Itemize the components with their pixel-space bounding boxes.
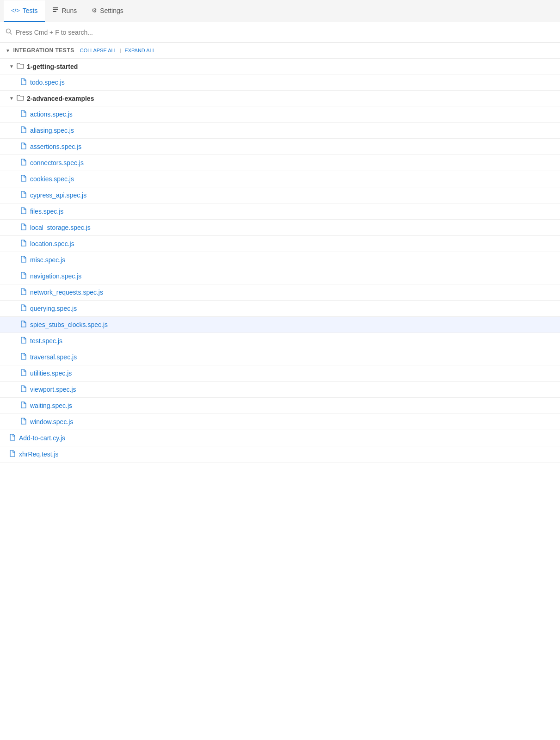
file-row-misc-spec-js[interactable]: misc.spec.js [0,252,560,268]
tab-runs-label: Runs [62,7,77,14]
file-name-5: cypress_api.spec.js [30,191,86,199]
svg-rect-1 [53,9,58,10]
collapse-all-button[interactable]: COLLAPSE ALL [80,48,117,53]
tab-tests[interactable]: </> Tests [4,0,45,22]
file-icon-8 [20,240,26,248]
file-name-16: utilities.spec.js [30,370,72,377]
file-row-navigation-spec-js[interactable]: navigation.spec.js [0,268,560,284]
file-name-6: files.spec.js [30,208,63,215]
file-icon-19 [20,418,26,426]
file-row-querying-spec-js[interactable]: querying.spec.js [0,301,560,317]
folder-2-advanced-examples[interactable]: ▼ 2-advanced-examples [0,91,560,106]
file-row-window-spec-js[interactable]: window.spec.js [0,414,560,430]
file-row-traversal-spec-js[interactable]: traversal.spec.js [0,349,560,365]
file-name-11: network_requests.spec.js [30,289,103,296]
file-icon-1 [20,126,26,135]
file-icon-3 [20,159,26,167]
file-icon-14 [20,337,26,345]
file-name-15: traversal.spec.js [30,353,77,361]
tests-icon: </> [11,7,20,14]
tab-runs[interactable]: Runs [45,0,84,22]
svg-rect-2 [53,11,56,12]
file-icon-15 [20,353,26,361]
runs-icon [52,6,59,14]
file-name-1: aliasing.spec.js [30,127,74,134]
file-name-8: location.spec.js [30,240,74,247]
folder-2-files: actions.spec.js aliasing.spec.js asserti… [0,106,560,430]
file-row-connectors-spec-js[interactable]: connectors.spec.js [0,155,560,171]
main-content: ▼ INTEGRATION TESTS COLLAPSE ALL | EXPAN… [0,43,560,462]
tab-tests-label: Tests [23,7,38,14]
file-row-viewport-spec-js[interactable]: viewport.spec.js [0,382,560,398]
search-bar [0,22,560,43]
file-row-utilities-spec-js[interactable]: utilities.spec.js [0,365,560,382]
settings-icon: ⚙ [92,7,97,14]
folder-2-name: 2-advanced-examples [27,95,94,102]
file-icon-16 [20,369,26,377]
file-icon-12 [20,304,26,313]
file-name-3: connectors.spec.js [30,159,84,166]
top-file-name-0: Add-to-cart.cy.js [19,434,65,442]
file-icon-17 [20,385,26,394]
file-icon-0 [20,110,26,118]
file-icon-7 [20,223,26,232]
file-name-10: navigation.spec.js [30,272,81,280]
tab-bar: </> Tests Runs ⚙ Settings [0,0,560,22]
file-row-cypress_api-spec-js[interactable]: cypress_api.spec.js [0,187,560,204]
file-row-cookies-spec-js[interactable]: cookies.spec.js [0,171,560,187]
folder-arrow-2: ▼ [9,96,14,101]
top-file-row-Add-to-cart-cy-js[interactable]: Add-to-cart.cy.js [0,430,560,446]
section-header: ▼ INTEGRATION TESTS COLLAPSE ALL | EXPAN… [0,43,560,59]
file-row-test-spec-js[interactable]: test.spec.js [0,333,560,349]
svg-rect-0 [53,7,58,8]
file-row-files-spec-js[interactable]: files.spec.js [0,204,560,220]
file-row-waiting-spec-js[interactable]: waiting.spec.js [0,398,560,414]
folder-icon-2 [17,94,24,102]
file-name-17: viewport.spec.js [30,386,76,393]
file-icon-4 [20,175,26,183]
file-icon-10 [20,272,26,280]
top-file-icon-1 [9,450,15,458]
folder-arrow-1: ▼ [9,64,14,69]
top-file-name-1: xhrReq.test.js [19,450,59,458]
file-name-12: querying.spec.js [30,305,77,312]
file-icon-18 [20,401,26,410]
section-toggle-arrow[interactable]: ▼ [6,48,10,53]
file-name-19: window.spec.js [30,418,73,426]
expand-all-button[interactable]: EXPAND ALL [124,48,155,53]
tab-settings[interactable]: ⚙ Settings [84,0,131,22]
file-icon-13 [20,321,26,329]
file-icon-5 [20,191,26,199]
top-file-icon-0 [9,434,15,442]
file-name-4: cookies.spec.js [30,175,74,183]
section-title: INTEGRATION TESTS [13,47,74,54]
file-icon-9 [20,256,26,264]
file-name-13: spies_stubs_clocks.spec.js [30,321,108,328]
folder-icon-1 [17,62,24,70]
file-icon-6 [20,207,26,216]
file-name-14: test.spec.js [30,337,62,345]
file-row-aliasing-spec-js[interactable]: aliasing.spec.js [0,123,560,139]
file-todo-name: todo.spec.js [30,79,65,86]
action-separator: | [120,48,121,53]
file-row-actions-spec-js[interactable]: actions.spec.js [0,106,560,123]
file-name-9: misc.spec.js [30,256,65,264]
file-row-network_requests-spec-js[interactable]: network_requests.spec.js [0,284,560,301]
file-icon-2 [20,142,26,151]
file-icon-todo [20,78,26,86]
file-name-18: waiting.spec.js [30,402,72,409]
file-todo-spec[interactable]: todo.spec.js [0,74,560,91]
file-name-2: assertions.spec.js [30,143,81,150]
file-row-assertions-spec-js[interactable]: assertions.spec.js [0,139,560,155]
search-icon [6,28,12,36]
svg-line-4 [10,33,12,35]
file-name-0: actions.spec.js [30,111,73,118]
top-file-row-xhrReq-test-js[interactable]: xhrReq.test.js [0,446,560,462]
folder-1-name: 1-getting-started [27,63,78,70]
file-row-location-spec-js[interactable]: location.spec.js [0,236,560,252]
file-row-local_storage-spec-js[interactable]: local_storage.spec.js [0,220,560,236]
file-row-spies_stubs_clocks-spec-js[interactable]: spies_stubs_clocks.spec.js [0,317,560,333]
folder-1-getting-started[interactable]: ▼ 1-getting-started [0,59,560,74]
file-icon-11 [20,288,26,296]
search-input[interactable] [16,29,554,36]
